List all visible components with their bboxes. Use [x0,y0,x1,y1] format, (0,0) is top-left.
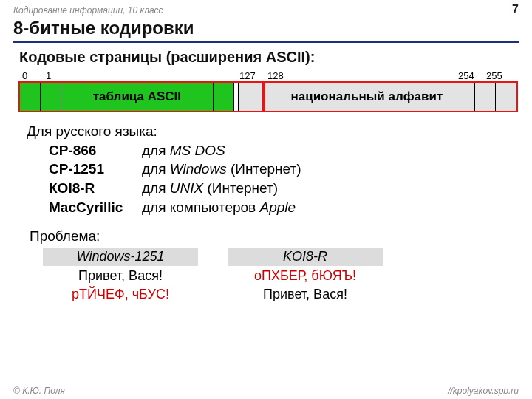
label-128: 128 [267,70,284,81]
subtitle: Кодовые страницы (расширения ASCII): [19,49,517,66]
footer: © К.Ю. Поля //kpolyakov.spb.ru [13,386,519,396]
enc-desc: для компьютеров Apple [142,198,296,217]
page-number: 7 [512,3,519,16]
enc-row-2: КОI8-R для UNIX (Интернет) [27,179,517,198]
codepage-bar: 0 1 127 128 254 255 таблица ASCII национ… [19,70,517,112]
problem-label: Проблема: [30,228,517,245]
td-r2c2: Привет, Вася! [228,286,383,303]
label-127: 127 [239,70,256,81]
enc-row-0: CP-866 для MS DOS [27,141,517,160]
label-255: 255 [486,70,502,81]
label-254: 254 [458,70,474,81]
rus-intro: Для русского языка: [27,122,517,141]
enc-row-3: MacCyrillic для компьютеров Apple [27,198,517,217]
enc-desc: для UNIX (Интернет) [142,179,278,198]
red-box-left [18,81,264,112]
footer-left: © К.Ю. Поля [13,386,65,396]
slide-title: 8-битные кодировки [13,18,519,43]
label-0: 0 [22,70,27,81]
comparison-table: Windows-1251 KOI8-R Привет, Вася! оПХБЕР… [43,248,502,303]
red-box-right [264,81,518,112]
footer-right: //kpolyakov.spb.ru [448,386,519,396]
enc-desc: для Windows (Интернет) [142,160,301,179]
enc-row-1: CP-1251 для Windows (Интернет) [27,160,517,179]
enc-name: CP-1251 [49,160,142,179]
bar-scale-labels: 0 1 127 128 254 255 [19,70,517,82]
td-r1c1: Привет, Вася! [43,267,198,284]
label-1: 1 [46,70,51,81]
enc-name: КОI8-R [49,179,142,198]
th-win1251: Windows-1251 [43,248,198,266]
enc-desc: для MS DOS [142,141,225,160]
slide-header: Кодирование информации, 10 класс 7 [0,0,532,16]
th-koi8r: KOI8-R [228,248,383,266]
course-label: Кодирование информации, 10 класс [13,5,163,16]
td-r2c1: рТЙЧЕФ, чБУС! [43,286,198,303]
russian-encodings-section: Для русского языка: CP-866 для MS DOS CP… [27,122,517,216]
enc-name: CP-866 [49,141,142,160]
td-r1c2: оПХБЕР, бЮЯЪ! [228,267,383,284]
bar-strip: таблица ASCII национальный алфавит [19,82,517,112]
enc-name: MacCyrillic [49,198,142,217]
